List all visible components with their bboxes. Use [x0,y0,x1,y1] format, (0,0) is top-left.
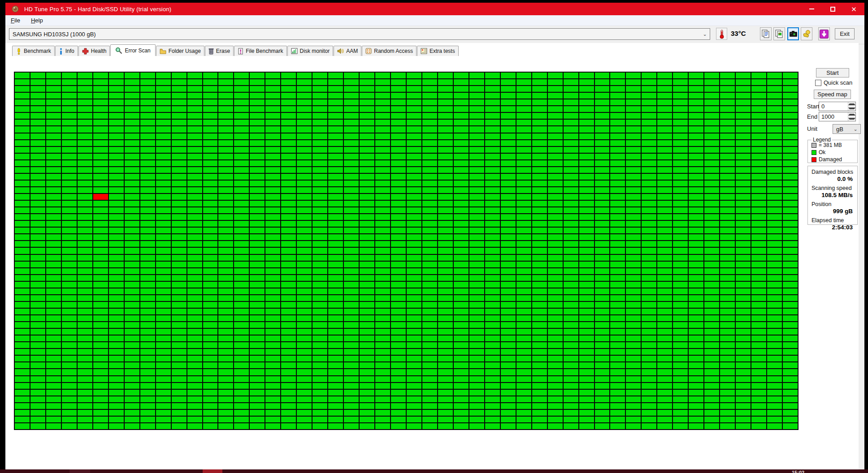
ok-block [704,241,719,247]
ok-block [548,423,563,429]
ok-block [516,295,531,301]
ok-block [187,362,202,368]
start-field[interactable]: 0 [819,102,856,111]
tab-erase[interactable]: Erase [205,46,234,56]
ok-block [485,160,500,166]
tab-disk-monitor[interactable]: Disk monitor [287,46,334,56]
ok-block [642,73,656,78]
close-button[interactable]: ✕ [843,3,864,15]
ok-block [767,376,782,382]
ok-block [391,86,406,92]
ok-block [312,390,327,396]
ok-block [422,86,437,92]
spin-down-icon[interactable] [848,117,855,121]
spin-up-icon[interactable] [848,112,855,117]
tab-health[interactable]: Health [78,46,110,56]
temperature-button[interactable] [716,28,727,40]
ok-block [610,342,625,348]
ok-block [234,86,249,92]
menu-help[interactable]: Help [26,16,48,25]
ok-block [62,140,77,146]
ok-block [109,410,124,416]
maximize-button[interactable] [822,3,843,15]
end-field[interactable]: 1000 [819,112,856,121]
update-button[interactable] [818,27,830,40]
ok-block [250,315,265,321]
menu-file[interactable]: File [5,16,26,25]
ok-block [375,140,390,146]
ok-block [109,396,124,402]
ok-block [281,329,296,335]
ok-block [62,120,77,125]
start-field-spinner[interactable] [848,102,855,111]
drive-selector[interactable]: SAMSUNG HD103SJ (1000 gB) ⌄ [9,28,710,40]
ok-block [751,362,766,368]
ok-block [767,315,782,321]
ok-block [532,174,547,180]
ok-block [673,106,688,112]
tab-info[interactable]: Info [55,46,78,56]
ok-block [265,248,280,254]
ok-block [501,221,516,227]
tab-folder-usage[interactable]: Folder Usage [156,46,204,56]
screenshot-button[interactable] [787,27,799,40]
ok-block [46,248,61,254]
ok-block [234,113,249,119]
start-scan-button[interactable]: Start [816,68,849,77]
ok-block [704,201,719,206]
exit-button[interactable]: Exit [835,28,855,39]
ok-block [673,86,688,92]
ok-block [720,228,735,233]
minimize-button[interactable] [801,3,822,15]
speed-map-button[interactable]: Speed map [814,90,851,99]
ok-block [297,329,312,335]
ok-block [501,86,516,92]
ok-block [485,207,500,213]
taskbar-app-segment[interactable] [69,469,90,473]
ok-block [642,349,656,355]
purchase-button[interactable] [801,27,812,40]
ok-block [156,410,171,416]
ok-block [532,349,547,355]
tab-error-scan[interactable]: Error Scan [110,44,155,56]
copy-text-button[interactable] [760,27,772,40]
ok-block [328,342,343,348]
ok-block [156,167,171,173]
ok-block [751,113,766,119]
ok-block [312,207,327,213]
ok-block [736,349,751,355]
ok-block [469,268,484,274]
ok-block [422,295,437,301]
taskbar-active-app-segment[interactable] [203,469,222,473]
ok-block [172,362,187,368]
end-field-spinner[interactable] [848,112,855,121]
ok-block [657,228,672,233]
ok-block [501,160,516,166]
ok-block [767,322,782,328]
ok-block [265,167,280,173]
tab-random-access[interactable]: Random Access [362,46,417,56]
ok-block [297,194,312,200]
tab-extra-tests[interactable]: Extra tests [417,46,459,56]
tab-file-benchmark[interactable]: File Benchmark [234,46,286,56]
ok-block [579,403,594,409]
ok-block [532,396,547,402]
ok-block [485,228,500,233]
ok-block [109,390,124,396]
copy-image-button[interactable] [773,27,785,40]
ok-block [422,383,437,389]
tab-aam[interactable]: AAM [334,46,361,56]
ok-block [172,282,187,288]
ok-block [422,396,437,402]
tab-benchmark[interactable]: Benchmark [12,46,55,56]
ok-block [783,133,798,139]
spin-down-icon[interactable] [848,107,855,111]
ok-block [344,302,359,308]
ok-block [297,140,312,146]
quick-scan-checkbox[interactable] [815,80,821,86]
spin-up-icon[interactable] [848,102,855,107]
ok-block [736,214,751,220]
ok-block [265,322,280,328]
ok-block [203,335,218,341]
unit-select[interactable]: gB ⌄ [833,124,861,134]
